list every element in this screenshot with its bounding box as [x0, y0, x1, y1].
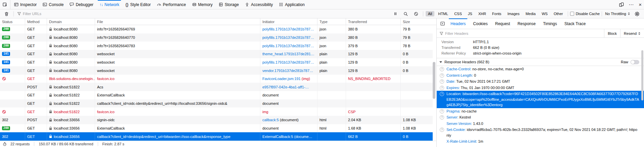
details-tab-stack-trace[interactable]: Stack Trace: [561, 18, 589, 29]
response-header-row[interactable]: ? Content-Length: 0: [437, 72, 644, 79]
filter-pill-fonts[interactable]: Fonts: [490, 11, 504, 16]
response-header-row[interactable]: ? X-Rate-Limit-Limit: 1m: [437, 138, 644, 145]
filter-pill-js[interactable]: JS: [466, 11, 475, 16]
pause-traffic-button[interactable]: [391, 12, 400, 16]
details-tab-response[interactable]: Response: [514, 18, 539, 29]
filter-pill-ws[interactable]: WS: [539, 11, 550, 16]
header-help-icon[interactable]: ?: [440, 73, 444, 78]
header-help-icon[interactable]: ?: [440, 109, 444, 114]
column-header-size[interactable]: Size: [401, 18, 433, 25]
search-button[interactable]: [401, 12, 411, 16]
details-tab-timings[interactable]: Timings: [539, 18, 561, 29]
column-header-initiator[interactable]: Initiator: [260, 18, 317, 25]
response-header-row[interactable]: ? Server: Kestrel: [437, 114, 644, 121]
request-row[interactable]: 302 GET localhost:33656 callback?client_…: [0, 132, 433, 141]
filter-pill-all[interactable]: All: [426, 11, 434, 16]
request-row[interactable]: POST localhost:51822 Acs e957f897-042e-4…: [0, 83, 433, 91]
header-help-icon[interactable]: ?: [440, 67, 444, 71]
request-row[interactable]: 200 GET localhost:8080 info?t=1635826640…: [0, 42, 433, 50]
column-header-type[interactable]: Type: [317, 18, 346, 25]
request-row[interactable]: GET 8bit-solutions-dev.onelogin.… favico…: [0, 75, 433, 83]
filter-pill-html[interactable]: HTML: [436, 11, 450, 16]
disable-cache-control[interactable]: Disable Cache: [570, 12, 600, 16]
request-row[interactable]: 101 GET localhost:8080 websocket vendor.…: [0, 66, 433, 75]
header-help-icon[interactable]: ?: [440, 86, 444, 90]
details-tab-headers[interactable]: Headers: [447, 18, 469, 29]
initiator-link[interactable]: FaviconLoader.jsm:191: [262, 77, 301, 81]
tab-application[interactable]: Application: [276, 0, 308, 9]
column-header-method[interactable]: Method: [25, 18, 47, 25]
close-devtools-button[interactable]: ×: [636, 0, 644, 9]
response-headers-section[interactable]: Response Headers (662 B) Raw: [437, 58, 644, 66]
details-tab-cookies[interactable]: Cookies: [469, 18, 491, 29]
response-header-row[interactable]: ? Location: bitwarden://sso-callback?cod…: [437, 91, 644, 108]
column-header-domain[interactable]: Domain: [47, 18, 95, 25]
request-row[interactable]: 200 GET localhost:33656 ExternalCallback…: [0, 124, 433, 133]
header-help-icon[interactable]: ?: [440, 92, 444, 96]
request-row[interactable]: 101 GET localhost:8080 websocket theme_h…: [0, 50, 433, 58]
more-options-button[interactable]: ⋯: [626, 0, 636, 9]
request-row[interactable]: 302 POST localhost:33656 signin-oidc cal…: [0, 116, 433, 124]
filter-pill-xhr[interactable]: XHR: [476, 11, 488, 16]
tab-style-editor[interactable]: {} Style Editor: [122, 0, 154, 9]
request-list-scrollbar[interactable]: [433, 62, 435, 99]
disable-cache-checkbox[interactable]: [570, 12, 574, 16]
block-request-button[interactable]: [411, 12, 421, 16]
response-header-row[interactable]: ? Set-Cookie: idsrv=adf6cba1-7075-402b-9…: [437, 127, 644, 138]
split-console-button[interactable]: [438, 21, 447, 26]
details-scrollbar[interactable]: [641, 50, 643, 100]
column-header-file[interactable]: File: [95, 18, 260, 25]
tab-storage[interactable]: Storage: [216, 0, 242, 9]
network-settings-button[interactable]: [632, 11, 642, 16]
filter-pill-css[interactable]: CSS: [452, 11, 464, 16]
tab-memory[interactable]: Memory: [189, 0, 216, 9]
filter-pill-images[interactable]: Images: [505, 11, 522, 16]
response-header-row[interactable]: ? Date: Tue, 02 Nov 2021 04:17:21 GMT: [437, 78, 644, 85]
responsive-mode-button[interactable]: [617, 0, 626, 9]
filter-pill-media[interactable]: Media: [523, 11, 538, 16]
response-header-row[interactable]: ? Pragma: no-cache: [437, 108, 644, 115]
request-row[interactable]: GET localhost:51822 ExternalCallback doc…: [0, 91, 433, 99]
initiator-link[interactable]: callback:5: [262, 118, 279, 122]
initiator-link[interactable]: ExternalCallback:5: [262, 135, 293, 139]
raw-toggle[interactable]: [631, 60, 639, 64]
header-help-icon[interactable]: ?: [440, 128, 444, 132]
column-header-status[interactable]: Status: [0, 18, 25, 25]
request-row[interactable]: 101 GET localhost:8080 websocket polyfil…: [0, 58, 433, 67]
throttling-select[interactable]: No Throttling: [604, 12, 631, 16]
response-header-row[interactable]: ? Expires: Thu, 01 Jan 1970 00:00:00 GMT: [437, 85, 644, 91]
details-tab-request[interactable]: Request: [491, 18, 514, 29]
initiator-link[interactable]: vendor.1791b137de281b787…: [262, 69, 313, 73]
request-row[interactable]: 200 GET localhost:8080 info?t=1635826640…: [0, 33, 433, 42]
resend-button[interactable]: Resend: [620, 29, 644, 38]
initiator-link[interactable]: e957f897-042e-4ba1-aff1-…: [262, 85, 309, 89]
request-row[interactable]: GET localhost:51822 favicon.ico img CSP: [0, 107, 433, 116]
column-header-transferred[interactable]: Transferred: [346, 18, 401, 25]
tab-debugger[interactable]: Debugger: [67, 0, 96, 9]
initiator-link[interactable]: polyfills.1791b137de281b787…: [262, 44, 314, 48]
request-row[interactable]: 200 GET localhost:8080 info?t=1635826640…: [0, 25, 433, 33]
header-help-icon[interactable]: ?: [440, 115, 444, 120]
initiator-link[interactable]: polyfills.1791b137de281b787…: [262, 60, 314, 64]
url-filter[interactable]: [16, 12, 390, 16]
initiator-link[interactable]: polyfills.1791b137de281b787…: [262, 27, 314, 31]
response-header-row[interactable]: ? Server-Version: 1.43.0: [437, 121, 644, 127]
clear-requests-button[interactable]: [2, 12, 11, 16]
toggle-performance-button[interactable]: [2, 142, 7, 146]
initiator-link[interactable]: polyfills.1791b137de281b787…: [262, 35, 314, 40]
filter-headers-input[interactable]: [445, 31, 604, 35]
block-button[interactable]: Block: [604, 29, 620, 38]
tab-label: Network: [104, 2, 119, 7]
filter-urls-input[interactable]: [23, 12, 390, 16]
response-header-row[interactable]: ? Cache-Control: no-store, no-cache, max…: [437, 66, 644, 72]
request-row[interactable]: GET localhost:51822 callback?client_id=o…: [0, 99, 433, 108]
header-help-icon[interactable]: ?: [440, 79, 444, 84]
tab-accessibility[interactable]: Accessibility: [242, 0, 276, 9]
filter-pill-other[interactable]: Other: [551, 11, 565, 16]
tab-inspector[interactable]: Inspector: [11, 0, 40, 9]
tab-performance[interactable]: Performance: [154, 0, 189, 9]
node-picker-button[interactable]: [0, 0, 10, 9]
tab-network[interactable]: ↑↓ Network: [96, 0, 122, 9]
tab-console[interactable]: Console: [40, 0, 67, 9]
initiator-link[interactable]: theme_head.1791b137de281…: [262, 52, 314, 56]
